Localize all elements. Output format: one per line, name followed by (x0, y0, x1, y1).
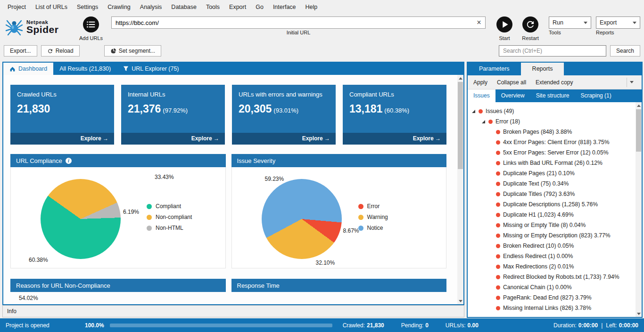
legend-dot (358, 215, 363, 220)
issue-severity-chart: Issue Severity 59.23% 8.67% 32.10% Error… (231, 154, 447, 268)
reload-button[interactable]: Reload (41, 45, 80, 57)
explore-button[interactable]: Explore → (121, 133, 225, 145)
scroll-down-icon[interactable] (636, 310, 642, 317)
tab-all-results[interactable]: All Results (21,830) (53, 63, 117, 75)
tree-scrollbar[interactable] (636, 102, 642, 317)
search-button[interactable]: Search (610, 45, 640, 57)
tree-item[interactable]: Duplicate Text (75) 0.34% (468, 178, 642, 189)
tab-overview[interactable]: Overview (495, 89, 530, 102)
pie-label: 60.38% (29, 257, 48, 263)
tree-item[interactable]: Redirect Blocked by Robots.txt (1,733) 7… (468, 272, 642, 282)
scroll-up-icon[interactable] (636, 102, 642, 109)
main-area: Dashboard All Results (21,830) URL Explo… (0, 58, 644, 318)
list-icon (83, 16, 99, 32)
tab-url-explorer[interactable]: URL Explorer (75) (117, 63, 185, 75)
tab-scraping[interactable]: Scraping (1) (575, 89, 617, 102)
apply-button[interactable]: Apply (473, 79, 487, 86)
scroll-up-icon[interactable] (457, 75, 463, 81)
tree-item[interactable]: Broken Pages (848) 3.88% (468, 127, 642, 137)
chevron-down-icon (633, 22, 636, 24)
tree-item[interactable]: Missing or Empty Title (8) 0.04% (468, 220, 642, 230)
tab-reports[interactable]: Reports (521, 63, 564, 75)
tree-item[interactable]: Canonical Chain (1) 0.00% (468, 282, 642, 292)
restart-button[interactable] (522, 16, 538, 32)
menu-database[interactable]: Database (166, 0, 201, 14)
explore-button[interactable]: Explore → (10, 133, 114, 145)
expand-arrow-icon[interactable] (472, 110, 479, 113)
pending-stat: Pending:0 (401, 322, 429, 329)
tab-dashboard[interactable]: Dashboard (3, 63, 53, 75)
scrollbar-thumb[interactable] (458, 82, 463, 169)
scroll-down-icon[interactable] (457, 298, 463, 304)
menu-export[interactable]: Export (224, 0, 251, 14)
explore-button[interactable]: Explore → (343, 133, 446, 145)
chart-title: URL Compliance (16, 157, 62, 164)
extended-copy-button[interactable]: Extended copy (536, 79, 573, 86)
pie-label: 59.23% (265, 176, 284, 182)
expand-arrow-icon[interactable] (482, 120, 488, 123)
chart-title: Issue Severity (237, 157, 276, 164)
menu-go[interactable]: Go (251, 0, 268, 14)
add-urls-button[interactable] (83, 16, 99, 32)
menu-tools[interactable]: Tools (201, 0, 224, 14)
tree-item-label: Missing Internal Links (826) 3.78% (503, 305, 591, 311)
menu-analysis[interactable]: Analysis (135, 0, 167, 14)
tree-item[interactable]: Broken Redirect (10) 0.05% (468, 241, 642, 251)
set-segment-button[interactable]: Set segment... (104, 45, 161, 57)
issue-dot (496, 244, 500, 248)
tree-item[interactable]: 5xx Error Pages: Server Error (12) 0.05% (468, 147, 642, 158)
menu-crawling[interactable]: Crawling (103, 0, 135, 14)
chart-title: Reasons for URL Non-Compliance (16, 282, 110, 289)
tree-item[interactable]: Links with Bad URL Format (26) 0.12% (468, 158, 642, 168)
tools-label: Tools (549, 30, 591, 35)
menu-list-of-urls[interactable]: List of URLs (31, 0, 72, 14)
menu-settings[interactable]: Settings (72, 0, 103, 14)
run-dropdown[interactable]: Run (549, 16, 591, 29)
chart-title: Response Time (237, 282, 280, 289)
export-button[interactable]: Export... (4, 45, 37, 57)
tree-item[interactable]: PageRank: Dead End (827) 3.79% (468, 292, 642, 303)
tree-item[interactable]: Missing Internal Links (826) 3.78% (468, 303, 642, 313)
menu-help[interactable]: Help (301, 0, 322, 14)
tree-item[interactable]: 4xx Error Pages: Client Error (818) 3.75… (468, 137, 642, 147)
menu-interface[interactable]: Interface (268, 0, 301, 14)
clear-url-icon[interactable]: × (474, 18, 484, 27)
tree-item-issues[interactable]: Issues (49) (468, 106, 642, 116)
tree-item-label: Broken Redirect (10) 0.05% (503, 243, 574, 249)
dashboard-content: Crawled URLs 21,830 Explore → Internal U… (3, 75, 463, 304)
tree-item-error[interactable]: Error (18) (468, 116, 642, 127)
initial-url-input[interactable] (111, 16, 486, 29)
tree-item-label: Missing or Empty Title (8) 0.04% (503, 222, 586, 228)
export-dropdown[interactable]: Export (596, 16, 640, 29)
issue-dot (496, 275, 500, 279)
kpi-percent: (93.01%) (273, 107, 298, 114)
search-input[interactable] (499, 45, 606, 57)
refresh-icon (522, 16, 538, 32)
issue-dot (496, 140, 500, 145)
start-button[interactable] (496, 16, 512, 32)
tab-issues[interactable]: Issues (468, 89, 495, 102)
tree-item[interactable]: Duplicate H1 (1,023) 4.69% (468, 210, 642, 220)
collapse-all-button[interactable]: Collapse all (497, 79, 526, 86)
issue-dot (488, 120, 493, 124)
tree-item[interactable]: Endless Redirect (1) 0.00% (468, 251, 642, 261)
issue-severity-pie (262, 179, 342, 259)
kpi-card-error-urls: URLs with errors and warnings 20,305(93.… (232, 85, 336, 145)
tree-item-label: Links with Bad URL Format (26) 0.12% (503, 160, 603, 166)
menu-project[interactable]: Project (3, 0, 31, 14)
tree-item[interactable]: Duplicate Pages (21) 0.10% (468, 168, 642, 178)
scrollbar-thumb[interactable] (636, 109, 641, 152)
info-icon[interactable]: i (66, 158, 72, 164)
tree-item[interactable]: Max Redirections (2) 0.01% (468, 261, 642, 272)
tab-site-structure[interactable]: Site structure (530, 89, 575, 102)
tree-item[interactable]: Duplicate Titles (792) 3.63% (468, 189, 642, 199)
tab-parameters[interactable]: Parameters (468, 63, 521, 75)
tree-item[interactable]: Missing or Empty Description (823) 3.77% (468, 230, 642, 241)
kpi-value: 13,181 (349, 103, 382, 115)
explore-button[interactable]: Explore → (232, 133, 336, 145)
tree-item[interactable]: Duplicate Descriptions (1,258) 5.76% (468, 199, 642, 210)
info-panel-header[interactable]: Info (2, 305, 464, 317)
dashboard-scrollbar[interactable] (457, 75, 463, 304)
more-options-dropdown[interactable] (627, 78, 636, 87)
tree-item-label: Duplicate Pages (21) 0.10% (503, 170, 575, 177)
